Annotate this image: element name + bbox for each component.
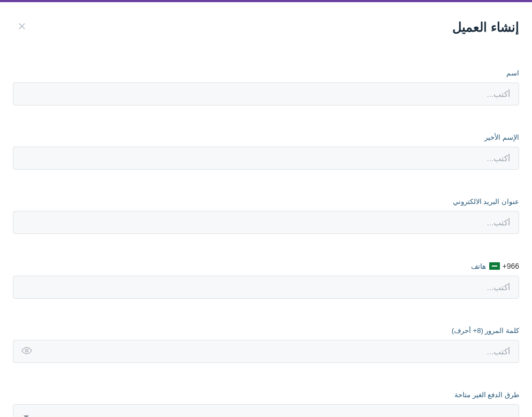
toggle-password-visibility[interactable] [21, 345, 32, 358]
last-name-input[interactable] [13, 147, 519, 170]
password-label: كلمة المرور (8+ أحرف) [13, 327, 519, 335]
field-email: عنوان البريد الالكتروني [13, 198, 519, 234]
first-name-input[interactable] [13, 82, 519, 105]
field-payment-methods: طرق الدفع الغير متاحة [13, 391, 519, 417]
country-code-badge[interactable]: +966 [489, 262, 519, 270]
dial-code: +966 [502, 262, 519, 270]
email-input[interactable] [13, 211, 519, 234]
close-button[interactable] [13, 17, 31, 37]
last-name-label: الإسم الأخير [13, 133, 519, 141]
email-label: عنوان البريد الالكتروني [13, 198, 519, 206]
eye-icon [21, 348, 32, 358]
field-phone: +966 هاتف [13, 262, 519, 299]
phone-input[interactable] [13, 276, 519, 299]
password-input[interactable] [13, 340, 519, 363]
first-name-label: اسم [13, 69, 519, 77]
svg-point-2 [26, 349, 28, 352]
close-icon [17, 21, 27, 33]
form-container: اسم الإسم الأخير عنوان البريد الالكتروني… [0, 69, 532, 417]
payment-methods-select[interactable] [13, 404, 519, 417]
field-last-name: الإسم الأخير [13, 133, 519, 170]
field-password: كلمة المرور (8+ أحرف) [13, 327, 519, 363]
field-first-name: اسم [13, 69, 519, 105]
flag-saudi-icon [489, 262, 500, 270]
modal-title: إنشاء العميل [452, 20, 519, 35]
modal-header: إنشاء العميل [0, 2, 532, 43]
phone-label: هاتف [471, 262, 486, 270]
payment-methods-label: طرق الدفع الغير متاحة [13, 391, 519, 399]
phone-label-row: +966 هاتف [13, 262, 519, 270]
